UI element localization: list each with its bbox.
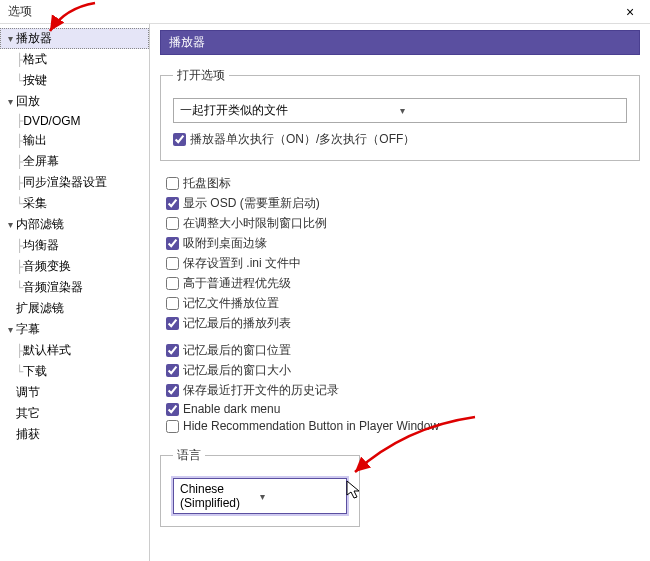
checkbox-label[interactable]: 在调整大小时限制窗口比例 <box>183 215 327 232</box>
tree-label: 扩展滤镜 <box>16 300 64 317</box>
tree-label: 捕获 <box>16 426 40 443</box>
show-osd-checkbox[interactable] <box>166 197 179 210</box>
limit-ratio-checkbox[interactable] <box>166 217 179 230</box>
save-history-checkbox[interactable] <box>166 384 179 397</box>
checkbox-label[interactable]: 保存设置到 .ini 文件中 <box>183 255 301 272</box>
language-combo[interactable]: Chinese (Simplified) ▾ <box>173 478 347 514</box>
checkbox-label[interactable]: 记忆最后的窗口大小 <box>183 362 291 379</box>
dark-menu-checkbox[interactable] <box>166 403 179 416</box>
chevron-down-icon: ▾ <box>4 219 16 230</box>
tree-label: 字幕 <box>16 321 40 338</box>
options-list: 托盘图标 显示 OSD (需要重新启动) 在调整大小时限制窗口比例 吸附到桌面边… <box>166 175 640 433</box>
tree-item-defstyle[interactable]: ├ 默认样式 <box>14 340 149 361</box>
combo-value: Chinese (Simplified) <box>180 482 260 510</box>
tree-item-grab[interactable]: 捕获 <box>0 424 149 445</box>
tree-label: 回放 <box>16 93 40 110</box>
tree-item-output[interactable]: ├ 输出 <box>14 130 149 151</box>
remember-filepos-checkbox[interactable] <box>166 297 179 310</box>
nav-tree: ▾播放器 ├ 格式 └ 按键 ▾回放 ├ DVD/OGM ├ 输出 ├ 全屏幕 … <box>0 28 149 445</box>
checkbox-label[interactable]: Hide Recommendation Button in Player Win… <box>183 419 439 433</box>
tree-label: 全屏幕 <box>23 153 59 170</box>
checkbox-label[interactable]: 记忆最后的窗口位置 <box>183 342 291 359</box>
chevron-down-icon: ▾ <box>4 33 16 44</box>
tree-label: DVD/OGM <box>23 114 80 128</box>
remember-playlist-checkbox[interactable] <box>166 317 179 330</box>
checkbox-label[interactable]: 吸附到桌面边缘 <box>183 235 267 252</box>
chevron-down-icon: ▾ <box>260 491 340 502</box>
save-ini-checkbox[interactable] <box>166 257 179 270</box>
hide-recommend-checkbox[interactable] <box>166 420 179 433</box>
tree-label: 音频渲染器 <box>23 279 83 296</box>
tree-label: 格式 <box>23 51 47 68</box>
tree-item-dvdogm[interactable]: ├ DVD/OGM <box>14 112 149 130</box>
chevron-down-icon: ▾ <box>4 96 16 107</box>
tree-label: 调节 <box>16 384 40 401</box>
checkbox-label[interactable]: 托盘图标 <box>183 175 231 192</box>
tree-item-format[interactable]: ├ 格式 <box>14 49 149 70</box>
tree-item-keys[interactable]: └ 按键 <box>14 70 149 91</box>
tree-item-subtitles[interactable]: ▾字幕 <box>0 319 149 340</box>
close-icon[interactable]: × <box>618 4 642 20</box>
tray-icon-checkbox[interactable] <box>166 177 179 190</box>
remember-winsize-checkbox[interactable] <box>166 364 179 377</box>
tree-label: 同步渲染器设置 <box>23 174 107 191</box>
checkbox-label[interactable]: 显示 OSD (需要重新启动) <box>183 195 320 212</box>
tree-item-other[interactable]: 其它 <box>0 403 149 424</box>
remember-winpos-checkbox[interactable] <box>166 344 179 357</box>
tree-label: 内部滤镜 <box>16 216 64 233</box>
content-panel: 播放器 打开选项 一起打开类似的文件 ▾ 播放器单次执行（ON）/多次执行（OF… <box>150 24 650 561</box>
open-options-group: 打开选项 一起打开类似的文件 ▾ 播放器单次执行（ON）/多次执行（OFF） <box>160 67 640 161</box>
tree-label: 播放器 <box>16 30 52 47</box>
tree-item-audiotrans[interactable]: ├ 音频变换 <box>14 256 149 277</box>
panel-title: 播放器 <box>160 30 640 55</box>
tree-label: 其它 <box>16 405 40 422</box>
sidebar: ▾播放器 ├ 格式 └ 按键 ▾回放 ├ DVD/OGM ├ 输出 ├ 全屏幕 … <box>0 24 150 561</box>
single-instance-checkbox[interactable] <box>173 133 186 146</box>
checkbox-label[interactable]: 高于普通进程优先级 <box>183 275 291 292</box>
tree-item-audiorender[interactable]: └ 音频渲染器 <box>14 277 149 298</box>
checkbox-label[interactable]: 记忆最后的播放列表 <box>183 315 291 332</box>
checkbox-label[interactable]: 保存最近打开文件的历史记录 <box>183 382 339 399</box>
high-priority-checkbox[interactable] <box>166 277 179 290</box>
chevron-down-icon: ▾ <box>4 324 16 335</box>
tree-item-ext-filters[interactable]: 扩展滤镜 <box>0 298 149 319</box>
tree-item-download[interactable]: └ 下载 <box>14 361 149 382</box>
tree-label: 音频变换 <box>23 258 71 275</box>
window-title: 选项 <box>8 3 618 20</box>
snap-edge-checkbox[interactable] <box>166 237 179 250</box>
tree-label: 均衡器 <box>23 237 59 254</box>
tree-item-eq[interactable]: ├ 均衡器 <box>14 235 149 256</box>
checkbox-label[interactable]: 记忆文件播放位置 <box>183 295 279 312</box>
checkbox-label[interactable]: 播放器单次执行（ON）/多次执行（OFF） <box>190 131 415 148</box>
tree-label: 默认样式 <box>23 342 71 359</box>
tree-label: 按键 <box>23 72 47 89</box>
open-options-combo[interactable]: 一起打开类似的文件 ▾ <box>173 98 627 123</box>
body: ▾播放器 ├ 格式 └ 按键 ▾回放 ├ DVD/OGM ├ 输出 ├ 全屏幕 … <box>0 24 650 561</box>
tree-item-fullscreen[interactable]: ├ 全屏幕 <box>14 151 149 172</box>
tree-label: 下载 <box>23 363 47 380</box>
combo-value: 一起打开类似的文件 <box>180 102 400 119</box>
checkbox-label[interactable]: Enable dark menu <box>183 402 280 416</box>
tree-item-playback[interactable]: ▾回放 <box>0 91 149 112</box>
tree-label: 采集 <box>23 195 47 212</box>
titlebar: 选项 × <box>0 0 650 24</box>
language-legend: 语言 <box>173 447 205 464</box>
open-options-legend: 打开选项 <box>173 67 229 84</box>
tree-item-internal-filters[interactable]: ▾内部滤镜 <box>0 214 149 235</box>
tree-label: 输出 <box>23 132 47 149</box>
tree-item-tweak[interactable]: 调节 <box>0 382 149 403</box>
chevron-down-icon: ▾ <box>400 105 620 116</box>
tree-item-player[interactable]: ▾播放器 <box>0 28 149 49</box>
tree-item-syncrender[interactable]: ├ 同步渲染器设置 <box>14 172 149 193</box>
tree-item-capture[interactable]: └ 采集 <box>14 193 149 214</box>
language-group: 语言 Chinese (Simplified) ▾ <box>160 447 360 527</box>
